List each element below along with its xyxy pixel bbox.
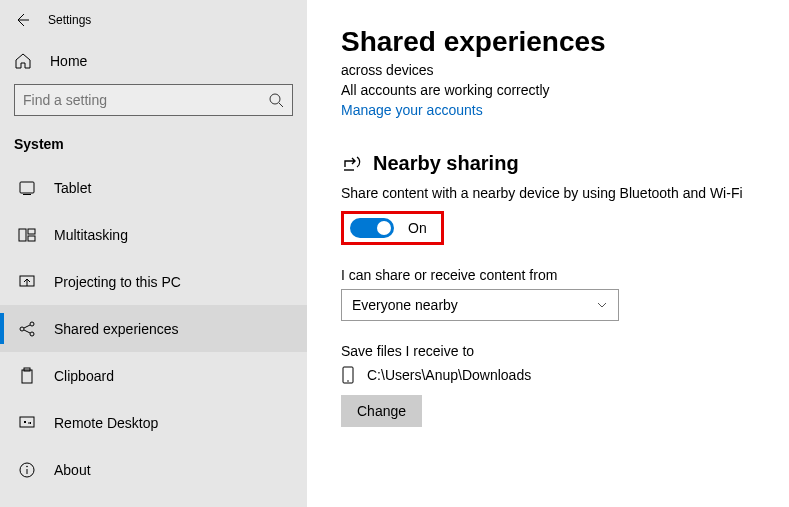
nav-item-shared-experiences[interactable]: Shared experiences [0,305,307,352]
svg-rect-5 [28,229,35,234]
change-button[interactable]: Change [341,395,422,427]
svg-point-21 [347,380,349,382]
svg-rect-15 [20,417,34,427]
home-row[interactable]: Home [0,42,307,80]
home-label: Home [50,53,87,69]
nav-item-about[interactable]: About [0,446,307,493]
svg-rect-13 [22,370,32,383]
toggle-knob [377,221,391,235]
nav-label: Shared experiences [54,321,179,337]
svg-rect-4 [19,229,26,241]
section-label: System [0,130,307,164]
content-pane: Shared experiences across devices All ac… [307,0,789,507]
page-title: Shared experiences [341,26,789,58]
save-path-label: Save files I receive to [341,343,789,359]
svg-rect-2 [20,182,34,193]
svg-point-8 [20,327,24,331]
nearby-sharing-header: Nearby sharing [341,152,789,175]
nearby-sharing-desc: Share content with a nearby device by us… [341,185,789,201]
shared-experiences-icon [18,320,36,338]
nav-label: Tablet [54,180,91,196]
svg-point-10 [30,332,34,336]
app-title: Settings [48,13,91,27]
chevron-down-icon [596,299,608,311]
accounts-block: across devices All accounts are working … [341,62,789,118]
svg-rect-3 [23,194,31,195]
toggle-state-label: On [408,220,427,236]
share-from-dropdown[interactable]: Everyone nearby [341,289,619,321]
search-box[interactable] [14,84,293,116]
home-icon [14,52,32,70]
svg-point-0 [270,94,280,104]
titlebar: Settings [0,8,307,42]
nav-item-clipboard[interactable]: Clipboard [0,352,307,399]
svg-line-11 [24,325,30,328]
toggle-highlight: On [341,211,444,245]
accounts-remnant: across devices [341,62,789,78]
share-from-value: Everyone nearby [352,297,458,313]
back-arrow-icon [14,12,30,28]
nav-label: Clipboard [54,368,114,384]
search-wrap [0,80,307,130]
nav-item-remote-desktop[interactable]: Remote Desktop [0,399,307,446]
tablet-icon [18,179,36,197]
save-path-value: C:\Users\Anup\Downloads [367,367,531,383]
projecting-icon [18,273,36,291]
share-from-label: I can share or receive content from [341,267,789,283]
svg-rect-6 [28,236,35,241]
nearby-sharing-toggle[interactable] [350,218,394,238]
svg-point-18 [26,465,28,467]
nav-label: Projecting to this PC [54,274,181,290]
nav-list: Tablet Multitasking Projecting to this P… [0,164,307,507]
nav-item-multitasking[interactable]: Multitasking [0,211,307,258]
search-icon [268,92,284,108]
accounts-status: All accounts are working correctly [341,82,789,98]
multitasking-icon [18,226,36,244]
search-input[interactable] [23,92,268,108]
folder-icon [341,365,357,385]
manage-accounts-link[interactable]: Manage your accounts [341,102,789,118]
about-icon [18,461,36,479]
back-button[interactable] [14,12,30,28]
clipboard-icon [18,367,36,385]
svg-line-1 [279,103,283,107]
svg-point-9 [30,322,34,326]
nearby-sharing-icon [341,153,363,175]
nav-label: About [54,462,91,478]
save-path-row: C:\Users\Anup\Downloads [341,365,789,385]
nav-label: Remote Desktop [54,415,158,431]
nav-item-tablet[interactable]: Tablet [0,164,307,211]
remote-desktop-icon [18,414,36,432]
nav-item-projecting[interactable]: Projecting to this PC [0,258,307,305]
nearby-sharing-heading: Nearby sharing [373,152,519,175]
nav-label: Multitasking [54,227,128,243]
svg-line-12 [24,330,30,333]
sidebar: Settings Home System [0,0,307,507]
